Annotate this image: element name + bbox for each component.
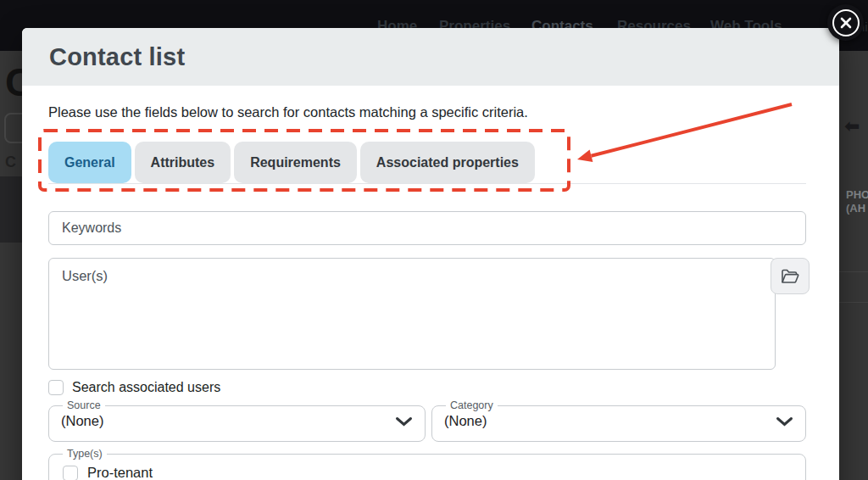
chevron-down-icon: [395, 416, 413, 427]
category-select-display[interactable]: (None): [444, 413, 793, 429]
open-folder-icon: [781, 269, 799, 284]
types-field-group: Type(s) Pro-tenant: [48, 448, 806, 480]
background-row-divider: [839, 302, 868, 303]
search-associated-users-label[interactable]: Search associated users: [72, 380, 220, 395]
source-select-display[interactable]: (None): [61, 413, 413, 429]
tab-requirements[interactable]: Requirements: [234, 142, 357, 183]
table-header-line1: PHO: [846, 188, 868, 202]
browse-users-button[interactable]: [771, 258, 810, 294]
category-value: (None): [444, 413, 487, 429]
left-arrow-icon: ⬅: [844, 115, 860, 137]
modal-body: Please use the fields below to search fo…: [22, 86, 839, 480]
types-label: Type(s): [63, 448, 107, 460]
modal-intro-text: Please use the fields below to search fo…: [48, 104, 806, 120]
pro-tenant-label[interactable]: Pro-tenant: [87, 465, 153, 480]
background-table-header-partial: PHO (AH: [846, 188, 868, 215]
users-field-group: [48, 258, 806, 370]
table-header-line2: (AH: [846, 202, 868, 215]
selects-row: Source (None) Category (None): [48, 399, 806, 442]
contact-list-modal: Contact list Please use the fields below…: [22, 28, 839, 480]
keywords-input[interactable]: [48, 211, 806, 245]
close-icon: [832, 9, 860, 36]
source-label: Source: [63, 399, 105, 411]
background-subtext-partial: C: [5, 153, 16, 171]
search-associated-users-checkbox[interactable]: [48, 380, 64, 395]
category-label: Category: [446, 399, 498, 411]
users-textarea[interactable]: [48, 258, 776, 370]
tab-associated-properties[interactable]: Associated properties: [360, 142, 535, 183]
tab-attributes[interactable]: Attributes: [135, 142, 231, 183]
source-value: (None): [61, 413, 103, 429]
modal-title: Contact list: [49, 42, 812, 71]
type-option-pro-tenant: Pro-tenant: [61, 465, 793, 480]
search-associated-users-row: Search associated users: [48, 379, 806, 396]
close-modal-button[interactable]: [827, 4, 864, 41]
background-block-partial: [0, 176, 22, 243]
tabs-container: General Attributes Requirements Associat…: [48, 142, 806, 184]
background-row-divider: [839, 271, 868, 272]
source-select[interactable]: Source (None): [48, 399, 426, 442]
modal-header: Contact list: [22, 28, 839, 86]
chevron-down-icon: [776, 416, 793, 427]
tab-bar: General Attributes Requirements Associat…: [48, 142, 806, 184]
category-select[interactable]: Category (None): [431, 399, 806, 442]
tab-general[interactable]: General: [48, 142, 131, 183]
pro-tenant-checkbox[interactable]: [63, 466, 78, 480]
